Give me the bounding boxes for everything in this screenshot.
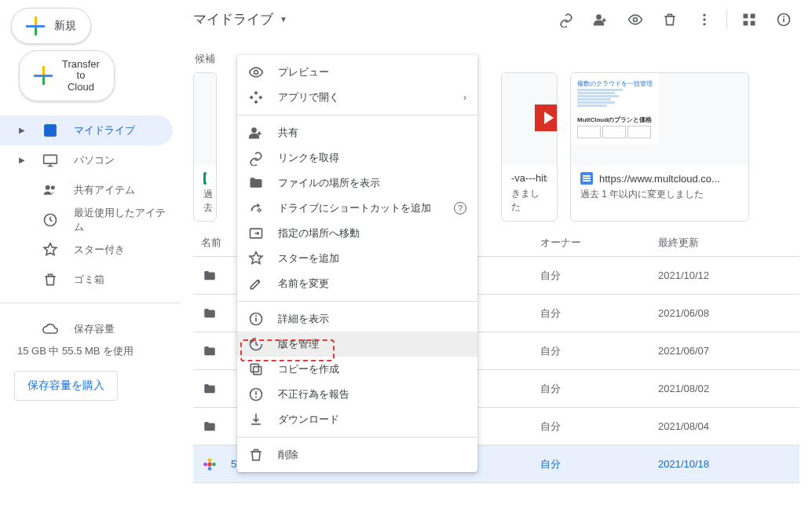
menu-label: 版を管理 xyxy=(278,337,319,351)
drive-icon xyxy=(42,123,58,138)
plus-icon xyxy=(34,66,53,85)
separator xyxy=(726,10,727,29)
menu-label: 名前を変更 xyxy=(278,277,329,291)
svg-point-20 xyxy=(207,462,212,467)
info-icon xyxy=(248,311,264,327)
pc-icon xyxy=(42,152,58,168)
menu-folder[interactable]: ファイルの場所を表示 xyxy=(237,170,477,196)
plus-icon xyxy=(26,16,45,35)
menu-trash[interactable]: 削除 xyxy=(237,442,477,468)
nav-label: 最近使用したアイテム xyxy=(74,206,173,234)
breadcrumb[interactable]: マイドライブ ▼ xyxy=(193,10,287,28)
suggestion-title: https://www.multcloud.co... xyxy=(599,173,720,185)
nav-label: スター付き xyxy=(74,243,125,257)
menu-label: 指定の場所へ移動 xyxy=(278,226,360,240)
nav-recent[interactable]: ▶ 最近使用したアイテム xyxy=(0,205,173,235)
new-button-label: 新規 xyxy=(54,19,76,33)
star-icon xyxy=(248,251,264,266)
nav-my-drive[interactable]: ▶ マイドライブ xyxy=(0,116,173,145)
menu-label: リンクを取得 xyxy=(278,151,339,165)
person-add-icon xyxy=(593,12,609,28)
preview-button[interactable] xyxy=(620,4,651,35)
menu-link[interactable]: リンクを取得 xyxy=(237,145,477,170)
folder-icon xyxy=(201,306,218,321)
help-icon[interactable]: ? xyxy=(454,202,466,214)
col-owner[interactable]: オーナー xyxy=(540,236,658,250)
person-add-icon xyxy=(248,125,264,141)
col-modified[interactable]: 最終更新 xyxy=(658,236,799,250)
menu-label: ダウンロード xyxy=(278,412,339,427)
get-link-button[interactable] xyxy=(550,4,582,35)
grid-view-button[interactable] xyxy=(733,4,765,35)
file-owner: 自分 xyxy=(540,382,658,396)
nav-shared[interactable]: ▶ 共有アイテム xyxy=(0,175,173,205)
menu-download[interactable]: ダウンロード xyxy=(237,407,477,432)
menu-label: プレビュー xyxy=(278,65,329,79)
nav-storage[interactable]: ▶ 保存容量 xyxy=(0,314,173,344)
buy-storage-button[interactable]: 保存容量を購入 xyxy=(14,371,118,401)
file-modified: 2021/08/02 xyxy=(658,383,799,394)
menu-star[interactable]: スターを追加 xyxy=(237,246,477,271)
file-modified: 2021/06/08 xyxy=(658,307,799,319)
menu-open-with[interactable]: アプリで開く› xyxy=(237,85,477,110)
open-with-icon xyxy=(248,90,264,105)
menu-move[interactable]: 指定の場所へ移動 xyxy=(237,221,477,246)
menu-info[interactable]: 詳細を表示 xyxy=(237,306,477,332)
main-header: マイドライブ ▼ xyxy=(193,0,799,39)
file-modified: 2021/10/18 xyxy=(658,458,799,470)
image-icon xyxy=(201,456,218,473)
trash-icon xyxy=(42,272,58,288)
menu-label: スターを追加 xyxy=(278,251,339,266)
menu-copy[interactable]: コピーを作成 xyxy=(237,357,477,382)
delete-button[interactable] xyxy=(654,4,686,35)
nav-label: パソコン xyxy=(74,153,115,167)
transfer-label: TransfertoCloud xyxy=(62,59,100,93)
menu-report[interactable]: 不正行為を報告 xyxy=(237,382,477,407)
suggestion-sub: きました xyxy=(511,187,547,214)
caret-icon: ▶ xyxy=(19,126,27,134)
menu-person-add[interactable]: 共有 xyxy=(237,120,477,145)
menu-label: コピーを作成 xyxy=(278,362,339,376)
folder-icon xyxy=(201,420,218,434)
nav-label: マイドライブ xyxy=(74,123,135,138)
doc-preview: 複数のクラウドを一括管理 MultCloudのプランと価格 xyxy=(571,73,659,145)
cloud-icon xyxy=(42,321,58,337)
suggestion-card-partial[interactable]: 過去 xyxy=(193,72,217,222)
rename-icon xyxy=(248,276,264,292)
more-icon xyxy=(697,12,712,28)
suggestion-title: -va---hits-nrj-... xyxy=(511,172,547,184)
transfer-to-cloud-button[interactable]: TransfertoCloud xyxy=(19,50,115,101)
file-modified: 2021/08/04 xyxy=(658,420,799,432)
menu-separator xyxy=(237,437,477,438)
divider xyxy=(0,302,181,303)
file-owner: 自分 xyxy=(540,306,658,321)
file-owner: 自分 xyxy=(540,420,658,434)
menu-label: 削除 xyxy=(278,448,298,462)
menu-label: 詳細を表示 xyxy=(278,312,329,326)
toolbar xyxy=(550,4,799,35)
storage-label: 保存容量 xyxy=(74,322,115,336)
menu-label: 不正行為を報告 xyxy=(278,387,349,402)
nav-list: ▶ マイドライブ ▶ パソコン ▶ 共有アイテム ▶ 最近使用したアイテム ▶ xyxy=(0,116,181,295)
menu-history[interactable]: 版を管理 xyxy=(237,332,477,357)
nav-label: ゴミ箱 xyxy=(74,273,104,287)
nav-starred[interactable]: ▶ スター付き xyxy=(0,235,173,265)
info-icon xyxy=(776,12,792,28)
menu-separator xyxy=(237,301,477,302)
file-owner: 自分 xyxy=(540,269,658,283)
storage-usage: 15 GB 中 55.5 MB を使用 xyxy=(0,344,181,358)
suggestion-card-2[interactable]: 複数のクラウドを一括管理 MultCloudのプランと価格 https://ww… xyxy=(570,72,749,222)
menu-shortcut[interactable]: ドライブにショートカットを追加? xyxy=(237,196,477,221)
folder-icon xyxy=(248,175,264,191)
menu-eye[interactable]: プレビュー xyxy=(237,60,477,85)
details-button[interactable] xyxy=(768,4,799,35)
new-button[interactable]: 新規 xyxy=(11,8,91,44)
folder-icon xyxy=(201,382,218,396)
menu-rename[interactable]: 名前を変更 xyxy=(237,271,477,296)
more-button[interactable] xyxy=(689,4,720,35)
nav-trash[interactable]: ▶ ゴミ箱 xyxy=(0,265,173,295)
nav-computers[interactable]: ▶ パソコン xyxy=(0,145,173,175)
move-icon xyxy=(248,226,264,241)
share-button[interactable] xyxy=(585,4,616,35)
suggestion-card-1[interactable]: -va---hits-nrj-... きました xyxy=(501,72,558,222)
